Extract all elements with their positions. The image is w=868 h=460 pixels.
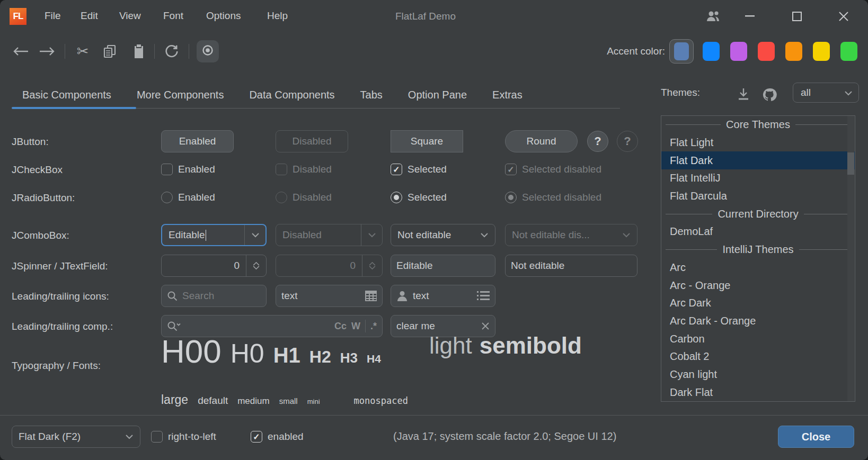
round-button[interactable]: Round xyxy=(505,130,578,152)
checkbox-disabled: Disabled xyxy=(276,164,332,175)
theme-item[interactable]: Flat Light xyxy=(661,134,855,152)
forward-icon[interactable] xyxy=(38,38,56,65)
theme-item[interactable]: Arc xyxy=(661,259,855,277)
menu-view[interactable]: View xyxy=(119,10,141,22)
jcombobox-row-label: JComboBox: xyxy=(12,230,69,241)
radio-icon[interactable] xyxy=(161,192,173,203)
combobox-not-editable-disabled: Not editable dis... xyxy=(505,224,637,246)
combobox-editable[interactable]: Editable xyxy=(161,224,267,246)
toolbar-separator xyxy=(154,44,155,59)
refresh-icon[interactable] xyxy=(162,38,181,65)
textfield-editable[interactable]: Editable xyxy=(391,255,495,277)
typography-sizes: large default medium small mini monospac… xyxy=(161,393,408,407)
whole-word-button[interactable]: W xyxy=(351,321,360,332)
copy-icon[interactable] xyxy=(101,38,119,65)
themes-scrollbar[interactable] xyxy=(847,116,854,401)
theme-item[interactable]: Cobalt 2 xyxy=(661,348,855,366)
tab-basic-components[interactable]: Basic Components xyxy=(22,79,111,102)
checkbox-icon[interactable] xyxy=(151,431,163,443)
leading-trailing-icons-label: Leading/trailing icons: xyxy=(12,291,109,302)
download-icon[interactable] xyxy=(737,87,750,103)
theme-item[interactable]: Flat IntelliJ xyxy=(661,169,855,187)
textfield-leading-trailing-icons[interactable]: text xyxy=(391,285,495,307)
leading-trailing-comp-label: Leading/trailing comp.: xyxy=(12,321,113,332)
tab-baseline xyxy=(136,108,620,109)
checkbox-checked-icon[interactable]: ✓ xyxy=(391,164,402,175)
theme-item[interactable]: Arc Dark xyxy=(661,294,855,312)
checkbox-enabled[interactable]: Enabled xyxy=(161,164,215,175)
menu-edit[interactable]: Edit xyxy=(81,10,98,22)
accent-swatch-red[interactable] xyxy=(758,42,775,61)
checkbox-checked-icon[interactable]: ✓ xyxy=(251,431,262,443)
theme-item[interactable]: DemoLaf xyxy=(661,223,855,241)
cut-icon[interactable]: ✂ xyxy=(74,38,92,65)
radio-enabled[interactable]: Enabled xyxy=(161,192,215,203)
theme-item[interactable]: Dark Flat xyxy=(661,383,855,401)
theme-item[interactable]: Cyan light xyxy=(661,366,855,384)
menu-font[interactable]: Font xyxy=(163,10,183,22)
search-input[interactable]: Search xyxy=(161,285,267,307)
back-icon[interactable] xyxy=(12,38,30,65)
accent-swatch-default-selected[interactable] xyxy=(669,39,694,64)
checkbox-icon[interactable] xyxy=(161,164,173,175)
theme-group-separator: Core Themes xyxy=(661,116,855,134)
inspect-toggle-button[interactable] xyxy=(197,40,219,62)
checkbox-selected-disabled: ✓Selected disabled xyxy=(505,164,601,175)
toolbar-separator xyxy=(65,44,65,59)
radio-checked-icon[interactable] xyxy=(391,192,402,203)
match-case-button[interactable]: Cc xyxy=(334,321,347,332)
enabled-checkbox[interactable]: ✓enabled xyxy=(251,431,304,443)
menu-options[interactable]: Options xyxy=(206,10,241,22)
regex-button[interactable]: .* xyxy=(370,321,377,332)
help-button[interactable]: ? xyxy=(587,131,608,152)
typography-row-label: Typography / Fonts: xyxy=(12,360,101,372)
themes-label: Themes: xyxy=(661,87,700,98)
chevron-down-icon[interactable] xyxy=(119,426,140,447)
menu-file[interactable]: File xyxy=(45,10,61,22)
paste-icon[interactable] xyxy=(130,38,148,65)
theme-item[interactable]: Flat Darcula xyxy=(661,187,855,205)
text-caret xyxy=(206,230,207,241)
combobox-not-editable[interactable]: Not editable xyxy=(391,224,495,246)
theme-item[interactable]: Arc Dark - Orange xyxy=(661,312,855,330)
search-dropdown-icon[interactable] xyxy=(167,321,181,331)
theme-item[interactable]: Arc - Orange xyxy=(661,276,855,294)
small-sample: small xyxy=(279,396,298,405)
textfield-trailing-icon[interactable]: text xyxy=(276,285,383,307)
maximize-button[interactable] xyxy=(789,8,805,24)
spinner-arrows-icon[interactable] xyxy=(246,255,266,276)
radio-selected[interactable]: Selected xyxy=(391,192,447,203)
accent-swatch-purple[interactable] xyxy=(730,42,747,61)
minimize-button[interactable] xyxy=(742,8,758,24)
enabled-button[interactable]: Enabled xyxy=(161,130,234,152)
accent-swatch-yellow[interactable] xyxy=(813,42,830,61)
clear-icon[interactable] xyxy=(481,322,490,330)
tab-extras[interactable]: Extras xyxy=(492,79,522,102)
users-icon[interactable] xyxy=(705,8,721,24)
light-sample: light xyxy=(429,332,472,359)
close-window-button[interactable] xyxy=(836,8,852,24)
rtl-checkbox[interactable]: right-to-left xyxy=(151,431,216,443)
chevron-down-icon[interactable] xyxy=(244,225,265,245)
tab-tabs[interactable]: Tabs xyxy=(360,79,383,102)
tab-more-components[interactable]: More Components xyxy=(137,79,224,102)
tab-option-pane[interactable]: Option Pane xyxy=(408,79,467,102)
spinner-enabled[interactable]: 0 xyxy=(161,255,267,277)
checkbox-selected[interactable]: ✓Selected xyxy=(391,164,447,175)
theme-item-selected[interactable]: Flat Dark xyxy=(661,151,855,169)
field-divider xyxy=(365,320,366,332)
tab-data-components[interactable]: Data Components xyxy=(249,79,334,102)
laf-combobox[interactable]: Flat Dark (F2) xyxy=(12,426,140,448)
theme-filter-combobox[interactable]: all xyxy=(793,83,859,103)
themes-scrollbar-thumb[interactable] xyxy=(847,152,854,175)
close-button[interactable]: Close xyxy=(778,426,854,448)
menu-help[interactable]: Help xyxy=(267,10,288,22)
accent-swatch-blue[interactable] xyxy=(703,42,720,61)
github-icon[interactable] xyxy=(762,87,777,104)
accent-swatch-orange[interactable] xyxy=(785,42,802,61)
eye-icon xyxy=(201,44,214,59)
theme-item[interactable]: Carbon xyxy=(661,330,855,348)
accent-swatch-green[interactable] xyxy=(840,42,857,61)
chevron-down-icon[interactable] xyxy=(474,224,495,246)
square-button[interactable]: Square xyxy=(391,130,463,152)
